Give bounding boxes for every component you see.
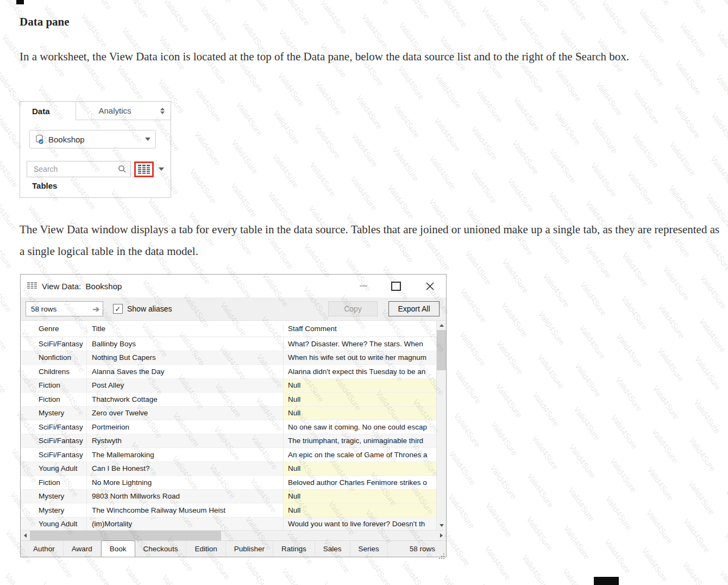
genre-cell: Young Adult <box>21 518 87 531</box>
comment-cell: Null <box>284 407 436 420</box>
view-data-button-highlighted[interactable] <box>134 161 154 177</box>
row-count-field[interactable]: ➔ <box>26 301 103 316</box>
table-tab-book[interactable]: Book <box>101 540 135 557</box>
title-cell: Rystwyth <box>87 434 284 448</box>
view-data-grid-icon <box>27 282 37 290</box>
tab-analytics[interactable]: Analytics <box>76 102 154 120</box>
minimize-button[interactable] <box>360 285 367 287</box>
genre-cell: Mystery <box>21 490 87 503</box>
column-header-title[interactable]: Title <box>87 325 284 333</box>
comment-cell: Null <box>284 462 436 476</box>
resize-grip[interactable] <box>443 553 444 555</box>
export-all-button[interactable]: Export All <box>388 301 440 316</box>
comment-cell: No one saw it coming. No one could escap <box>284 420 436 434</box>
show-aliases-checkbox[interactable]: ✓ <box>113 304 123 314</box>
table-row[interactable]: SciFi/FantasyThe MallemarokingAn epic on… <box>21 448 436 462</box>
comment-cell: Null <box>284 503 436 517</box>
table-tab-edition[interactable]: Edition <box>186 541 225 557</box>
table-tab-publisher[interactable]: Publisher <box>226 541 273 557</box>
column-header-comment[interactable]: Staff Comment <box>284 325 436 333</box>
table-row[interactable]: Young AdultCan I Be Honest?Null <box>21 462 436 476</box>
table-tab-series[interactable]: Series <box>350 541 388 557</box>
column-header-genre[interactable]: Genre <box>21 325 87 333</box>
table-row[interactable]: FictionNo More LightningBeloved author C… <box>21 476 436 490</box>
pane-collapse-icon[interactable] <box>154 102 171 120</box>
table-row[interactable]: NonfictionNothing But CapersWhen his wif… <box>21 351 436 365</box>
table-tab-award[interactable]: Award <box>64 541 101 557</box>
datasource-selector[interactable]: Bookshop <box>29 130 156 148</box>
copy-button[interactable]: Copy <box>328 301 378 316</box>
page-artifact <box>16 0 24 4</box>
genre-cell: SciFi/Fantasy <box>21 420 87 434</box>
view-data-menu-caret[interactable] <box>159 167 164 171</box>
search-box[interactable] <box>27 161 131 177</box>
vertical-scroll-thumb[interactable] <box>437 330 446 370</box>
table-tab-ratings[interactable]: Ratings <box>273 541 315 557</box>
scroll-up-icon[interactable] <box>437 321 446 330</box>
table-row[interactable]: FictionThatchwork CottageNull <box>21 393 436 407</box>
genre-cell: SciFi/Fantasy <box>21 337 87 351</box>
table-row[interactable]: Young Adult(im)MortalityWould you want t… <box>21 518 436 531</box>
title-cell: Post Alley <box>87 379 284 393</box>
genre-cell: Mystery <box>21 503 87 517</box>
datasource-name: Bookshop <box>48 135 85 144</box>
table-tab-author[interactable]: Author <box>25 541 64 557</box>
tables-section-label: Tables <box>32 181 57 190</box>
comment-cell: Null <box>284 490 436 503</box>
genre-cell: SciFi/Fantasy <box>21 448 87 462</box>
title-cell: Portmeirion <box>87 420 284 434</box>
data-table: Genre Title Staff Comment SciFi/FantasyB… <box>21 321 436 530</box>
view-data-toolbar: ➔ ✓ Show aliases Copy Export All <box>21 297 446 321</box>
scroll-down-icon[interactable] <box>437 521 446 530</box>
genre-cell: Fiction <box>21 393 87 406</box>
table-row[interactable]: Mystery9803 North Millworks RoadNull <box>21 490 436 504</box>
table-row[interactable]: SciFi/FantasyBallinby BoysWhat? Disaster… <box>21 337 436 351</box>
close-icon <box>426 282 434 290</box>
table-row[interactable]: SciFi/FantasyRystwythThe triumphant, tra… <box>21 434 436 449</box>
table-tabs-strip: AuthorAwardBookCheckoutsEditionPublisher… <box>21 540 446 557</box>
comment-cell: Null <box>284 393 436 406</box>
genre-cell: Fiction <box>21 379 87 393</box>
window-titlebar[interactable]: View Data: Bookshop <box>21 275 446 297</box>
horizontal-scroll-thumb[interactable] <box>30 531 221 540</box>
title-cell: Zero over Twelve <box>87 407 284 420</box>
comment-cell: Would you want to live forever? Doesn't … <box>284 518 436 531</box>
search-icon <box>118 165 127 173</box>
title-cell: Nothing But Capers <box>87 351 284 365</box>
comment-cell: When his wife set out to write her magnu… <box>284 351 436 365</box>
tab-data[interactable]: Data <box>20 102 76 120</box>
table-row[interactable]: MysteryZero over TwelveNull <box>21 407 436 421</box>
genre-cell: Young Adult <box>21 462 87 476</box>
comment-cell: Null <box>284 379 436 393</box>
title-cell: Can I Be Honest? <box>87 462 284 476</box>
genre-cell: Childrens <box>21 365 87 378</box>
title-cell: The Winchcombe Railway Museum Heist <box>87 503 284 517</box>
view-data-window: View Data: Bookshop ➔ ✓ Show aliases Cop… <box>20 274 447 557</box>
table-row[interactable]: MysteryThe Winchcombe Railway Museum Hei… <box>21 503 436 518</box>
apply-rows-arrow-icon[interactable]: ➔ <box>92 305 99 313</box>
horizontal-scrollbar[interactable] <box>21 530 446 540</box>
table-row[interactable]: SciFi/FantasyPortmeirionNo one saw it co… <box>21 420 436 434</box>
row-count-input[interactable] <box>30 304 86 314</box>
page-artifact <box>594 577 619 585</box>
page-title: Data pane <box>20 15 70 29</box>
table-tab-sales[interactable]: Sales <box>315 541 350 557</box>
maximize-button[interactable] <box>391 282 401 291</box>
paragraph: The View Data window displays a tab for … <box>20 219 721 262</box>
comment-cell: The triumphant, tragic, unimaginable thi… <box>284 434 436 448</box>
view-data-grid-icon <box>138 165 150 174</box>
close-button[interactable] <box>426 282 434 290</box>
table-row[interactable]: FictionPost AlleyNull <box>21 379 436 393</box>
table-row[interactable]: ChildrensAlanna Saves the DayAlanna didn… <box>21 365 436 379</box>
search-input[interactable] <box>33 164 111 174</box>
title-cell: Thatchwork Cottage <box>87 393 284 406</box>
genre-cell: SciFi/Fantasy <box>21 434 87 448</box>
vertical-scrollbar[interactable] <box>436 321 446 530</box>
data-pane-figure: Data Analytics Bookshop <box>20 101 171 198</box>
scroll-right-icon[interactable] <box>437 531 446 540</box>
data-pane-tabs: Data Analytics <box>20 102 171 120</box>
paragraph: In a worksheet, the View Data icon is lo… <box>20 46 721 67</box>
scroll-left-icon[interactable] <box>21 531 30 540</box>
table-tab-checkouts[interactable]: Checkouts <box>135 541 187 557</box>
title-cell: The Mallemaroking <box>87 448 284 462</box>
